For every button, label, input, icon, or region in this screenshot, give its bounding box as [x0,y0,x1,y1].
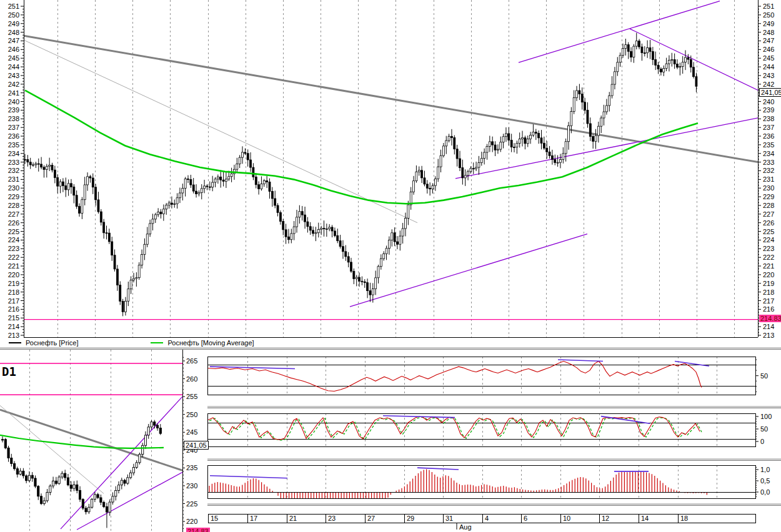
indicator-surface[interactable] [207,413,755,446]
date-cell-label: 31 [445,515,453,522]
axis-tick-label: 224 [8,236,19,244]
p3-axis: 1,00,50,0 [755,466,770,496]
axis-tick-label: 233 [763,159,774,166]
axis-tick-label: 220 [763,271,774,278]
axis-tick-label: 240 [8,98,19,106]
date-cell-label: 23 [328,515,336,522]
axis-tick-label: 218 [8,288,19,296]
legend-ma-label: Роснефть [Moving Average] [167,339,254,347]
axis-tick-label: 232 [8,167,19,174]
axis-tick-label: 217 [8,297,19,305]
date-cell-label: 4 [485,515,489,522]
axis-tick-label: 0,5 [760,477,770,485]
axis-tick-label: 222 [8,254,19,261]
indicator-surface[interactable] [207,357,755,395]
axis-tick-label: 237 [763,124,774,131]
legend-price-label: Роснефть [Price] [26,339,78,347]
indicator-surface[interactable] [207,465,755,498]
p2-axis: 100500 [755,413,772,445]
axis-tick-label: 222 [763,254,774,261]
axis-tick-label: 250 [8,11,19,19]
axis-tick-label: 216 [763,305,774,313]
axis-tick-label: 241 [8,89,19,97]
axis-tick-label: 235 [186,464,197,471]
axis-tick-label: 219 [8,280,19,287]
axis-tick-label: 223 [763,245,774,252]
axis-tick-label: 249 [8,20,19,27]
axis-tick-label: 236 [8,132,19,140]
legend-item-price: Роснефть [Price] [9,339,78,347]
axis-tick-label: 231 [763,175,774,183]
timeframe-label: D1 [2,365,16,378]
axis-tick-label: 250 [763,11,774,19]
axis-tick-label: 221 [8,262,19,270]
axis-tick-label: 248 [763,29,774,36]
axis-tick-label: 50 [760,372,768,380]
axis-tick-label: 239 [763,106,774,114]
axis-tick-label: 219 [763,280,774,287]
axis-tick-label: 228 [763,202,774,209]
date-cell-label: 27 [367,515,375,522]
axis-tick-label: 245 [8,54,19,62]
date-cell-label: 29 [407,515,414,522]
axis-tick-label: 250 [186,411,197,418]
axis-tick-label: 215 [8,314,19,322]
main-price-pane: 2132132142142152152162162172172182182192… [8,0,775,339]
axis-tick-label: 226 [8,219,19,227]
price-line-swatch [9,342,21,343]
axis-tick-label: 255 [186,393,197,400]
support-price-label-right: 214.83 [759,315,781,322]
axis-tick-label: 217 [763,297,774,305]
month-label: Aug [459,523,472,531]
axis-tick-label: 50 [760,425,768,433]
axis-tick-label: 225 [8,228,19,235]
axis-tick-label: 243 [763,72,774,79]
date-cell-label: 14 [641,515,649,522]
axis-tick-label: 214 [8,323,19,330]
axis-tick-label: 0,0 [760,488,770,496]
axis-tick-label: 236 [763,132,774,140]
axis-tick-label: 244 [763,63,774,71]
axis-tick-label: 240 [763,98,774,106]
axis-tick-label: 239 [8,106,19,114]
axis-tick-label: 229 [763,193,774,200]
date-cell-label: 10 [563,515,570,522]
axis-tick-label: 251 [763,2,774,10]
axis-tick-label: 245 [186,428,197,436]
date-cell-label: 17 [250,515,257,522]
date-cell-label: 12 [602,515,609,522]
axis-tick-label: 226 [763,219,774,227]
axis-tick-label: 245 [763,54,774,62]
axis-tick-label: 218 [763,288,774,296]
axis-tick-label: 227 [763,210,774,218]
date-cell-label: 18 [680,515,688,522]
axis-tick-label: 243 [8,72,19,79]
axis-tick-label: 249 [763,20,774,27]
date-axis: 151721232729314610121418 [208,514,755,530]
axis-tick-label: 246 [8,46,19,53]
axis-tick-label: 234 [763,150,774,157]
axis-tick-label: 216 [8,305,19,313]
legend-row: Роснефть [Price] Роснефть [Moving Averag… [0,338,781,347]
axis-tick-label: 233 [8,159,19,166]
axis-tick-label: 230 [8,184,19,192]
oscillator-pane-3: 1,00,50,0 [207,465,770,498]
current-price-box-main: 241,05 [759,88,781,97]
axis-tick-label: 232 [763,167,774,174]
ma-line-swatch [151,342,163,343]
p1-axis: 50 [755,360,768,392]
axis-tick-label: 230 [186,482,197,490]
axis-tick-label: 229 [8,193,19,200]
axis-tick-label: 238 [8,115,19,122]
date-cell-label: 15 [211,515,218,522]
axis-tick-label: 244 [8,63,19,71]
charts-svg: 2132132142142152152162162172172182182192… [0,0,781,532]
axis-tick-label: 248 [8,29,19,36]
axis-tick-label: 223 [8,245,19,252]
axis-tick-label: 247 [8,37,19,44]
axis-tick-label: 265 [186,357,197,365]
axis-tick-label: 225 [186,500,197,508]
axis-tick-label: 230 [763,184,774,192]
legend-item-ma: Роснефть [Moving Average] [151,339,254,347]
axis-tick-label: 220 [8,271,19,278]
